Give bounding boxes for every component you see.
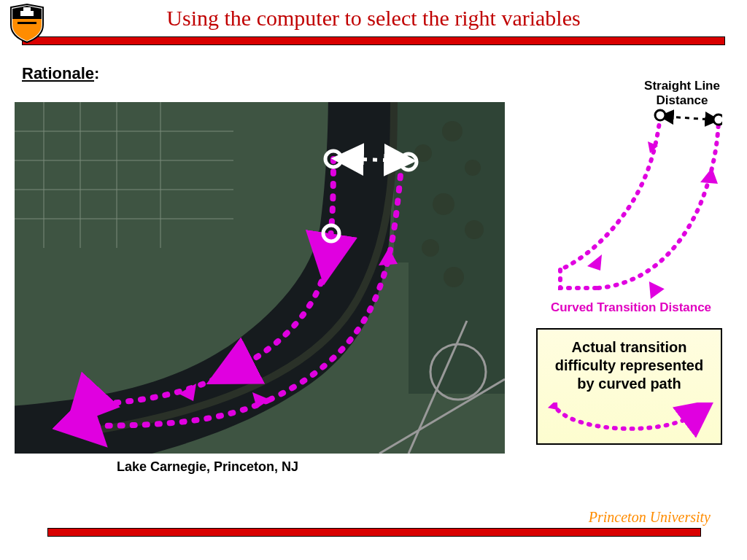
callout-text: Actual transition difficulty represented… (538, 330, 721, 397)
rationale-text: Rationale (22, 64, 94, 82)
rationale-heading: Rationale: (22, 64, 99, 83)
svg-line-22 (350, 159, 398, 160)
footer-university: Princeton University (589, 509, 711, 526)
aerial-map (15, 102, 505, 454)
rationale-colon: : (94, 64, 99, 82)
princeton-shield-icon (9, 3, 45, 44)
svg-point-28 (713, 114, 722, 125)
svg-point-24 (400, 154, 417, 170)
svg-point-27 (655, 110, 665, 120)
svg-rect-0 (18, 22, 36, 24)
svg-line-26 (667, 117, 711, 120)
callout-curve-icon (538, 402, 721, 439)
svg-rect-2 (23, 7, 31, 11)
map-caption: Lake Carnegie, Princeton, NJ (117, 459, 298, 475)
footer-divider (47, 528, 701, 537)
slide-title: Using the computer to select the right v… (0, 6, 747, 31)
route-overlay (15, 102, 505, 454)
svg-rect-1 (20, 11, 34, 16)
callout-box: Actual transition difficulty represented… (536, 328, 722, 445)
header-divider (22, 36, 725, 45)
curved-distance-label: Curved Transition Distance (533, 300, 729, 315)
concept-diagram (547, 80, 722, 306)
